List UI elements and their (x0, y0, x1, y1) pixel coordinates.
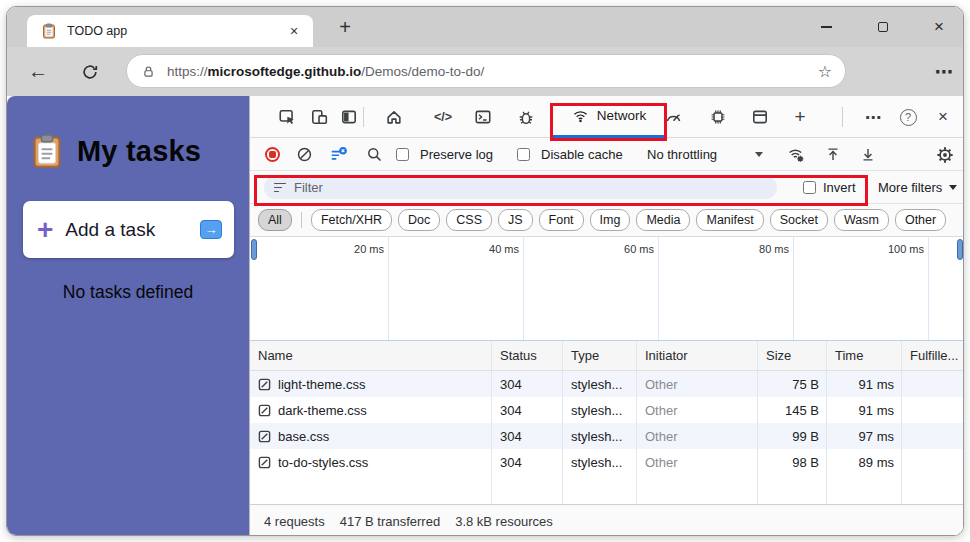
disable-cache-checkbox[interactable] (516, 138, 530, 171)
more-filters-caret[interactable] (947, 171, 959, 204)
tab-close-icon[interactable]: × (285, 22, 303, 40)
import-har-button[interactable] (856, 138, 880, 171)
tab-strip: TODO app × + × (7, 7, 964, 47)
new-tab-button[interactable]: + (331, 13, 359, 41)
timeline-right-handle[interactable] (957, 239, 963, 260)
browser-tab-todo-app[interactable]: TODO app × (27, 15, 313, 47)
clear-network-log-button[interactable] (292, 138, 316, 171)
table-row[interactable]: base.css 304 stylesh... Other 99 B 97 ms (250, 423, 964, 449)
column-header-time[interactable]: Time (827, 341, 902, 370)
invert-checkbox[interactable] (802, 171, 816, 204)
type-filter-wasm[interactable]: Wasm (834, 209, 889, 231)
device-emulation-icon[interactable] (306, 104, 332, 130)
tab-network[interactable]: Network (551, 96, 666, 138)
page-content: My tasks + Add a task → No tasks defined (7, 96, 964, 536)
column-header-size[interactable]: Size (758, 341, 827, 370)
request-fulfilled (902, 371, 964, 397)
disable-cache-label[interactable]: Disable cache (541, 138, 623, 171)
network-conditions-button[interactable] (784, 138, 808, 171)
toolbar-separator (363, 107, 364, 127)
favorites-star-icon[interactable]: ☆ (818, 55, 832, 88)
request-type: stylesh... (563, 449, 637, 475)
back-button[interactable]: ← (23, 47, 53, 96)
network-settings-button[interactable] (933, 138, 957, 171)
network-overview-timeline[interactable]: 20 ms 40 ms 60 ms 80 ms 100 ms (250, 237, 964, 341)
more-filters-button[interactable]: More filters (878, 171, 942, 204)
preserve-log-checkbox[interactable] (395, 138, 409, 171)
application-window-icon[interactable] (747, 104, 773, 130)
welcome-home-icon[interactable] (381, 104, 407, 130)
resource-type-filter-row: All Fetch/XHR Doc CSS JS Font Img Media … (250, 204, 964, 237)
close-devtools-button[interactable]: × (930, 104, 956, 130)
help-button[interactable]: ? (895, 104, 921, 130)
type-filter-doc[interactable]: Doc (398, 209, 440, 231)
debugger-bug-icon[interactable] (513, 104, 539, 130)
window-close-button[interactable]: × (924, 12, 954, 42)
table-row[interactable]: to-do-styles.css 304 stylesh... Other 98… (250, 449, 964, 475)
type-filter-img[interactable]: Img (590, 209, 631, 231)
export-har-button[interactable] (821, 138, 845, 171)
address-bar[interactable]: https://microsoftedge.github.io/Demos/de… (126, 54, 846, 88)
invert-label[interactable]: Invert (823, 171, 856, 204)
type-filter-all[interactable]: All (258, 209, 292, 231)
network-summary-bar: 4 requests 417 B transferred 3.8 kB reso… (250, 504, 964, 536)
timeline-tick-label: 80 ms (729, 243, 789, 255)
column-header-type[interactable]: Type (563, 341, 637, 370)
column-header-fulfilled[interactable]: Fulfille... (902, 341, 964, 370)
preserve-log-label[interactable]: Preserve log (420, 138, 493, 171)
column-header-name[interactable]: Name (250, 341, 492, 370)
record-network-log-button[interactable] (260, 138, 284, 171)
timeline-tick-label: 60 ms (594, 243, 654, 255)
request-size: 98 B (758, 449, 827, 475)
dock-side-icon[interactable] (336, 104, 362, 130)
request-fulfilled (902, 397, 964, 423)
customize-devtools-button[interactable]: ⋯ (860, 104, 886, 130)
todo-app-panel: My tasks + Add a task → No tasks defined (7, 96, 249, 536)
column-header-status[interactable]: Status (492, 341, 563, 370)
url-path: /Demos/demo-to-do/ (361, 64, 484, 79)
console-icon[interactable] (470, 104, 496, 130)
refresh-button[interactable] (75, 47, 105, 96)
type-filter-js[interactable]: JS (498, 209, 533, 231)
network-filter-row: Invert More filters (250, 171, 964, 204)
type-filter-media[interactable]: Media (636, 209, 690, 231)
type-filter-fetch-xhr[interactable]: Fetch/XHR (311, 209, 392, 231)
request-initiator: Other (637, 371, 758, 397)
more-tools-plus-button[interactable]: + (787, 104, 813, 130)
inspect-element-icon[interactable] (274, 104, 300, 130)
timeline-left-handle[interactable] (251, 239, 257, 260)
type-filter-manifest[interactable]: Manifest (696, 209, 763, 231)
window-maximize-button[interactable] (868, 12, 898, 42)
request-size: 145 B (758, 397, 827, 423)
type-filter-css[interactable]: CSS (446, 209, 492, 231)
filter-input[interactable] (294, 180, 777, 195)
search-button[interactable] (362, 138, 386, 171)
request-time: 91 ms (827, 371, 902, 397)
performance-gauge-icon[interactable] (660, 104, 686, 130)
throttling-dropdown[interactable]: No throttling (647, 138, 717, 171)
memory-chip-icon[interactable] (705, 104, 731, 130)
elements-code-icon[interactable]: </> (427, 104, 459, 130)
request-initiator: Other (637, 423, 758, 449)
type-filter-socket[interactable]: Socket (770, 209, 828, 231)
timeline-tick-label: 20 ms (324, 243, 384, 255)
browser-settings-menu-button[interactable]: ⋯ (929, 47, 959, 96)
table-row[interactable]: light-theme.css 304 stylesh... Other 75 … (250, 371, 964, 397)
app-header: My tasks (29, 130, 201, 172)
table-row[interactable]: dark-theme.css 304 stylesh... Other 145 … (250, 397, 964, 423)
hide-filter-bar-button[interactable] (326, 138, 350, 171)
filter-input-wrapper[interactable] (264, 176, 777, 199)
submit-task-button[interactable]: → (200, 220, 222, 239)
lock-icon (141, 64, 156, 79)
request-fulfilled (902, 449, 964, 475)
window-minimize-button[interactable] (811, 12, 841, 42)
type-filter-other[interactable]: Other (895, 209, 946, 231)
request-name: dark-theme.css (278, 403, 367, 418)
timeline-gridline (388, 237, 389, 340)
type-filter-font[interactable]: Font (539, 209, 584, 231)
throttling-caret[interactable] (753, 138, 765, 171)
add-task-field[interactable]: + Add a task → (23, 201, 234, 258)
request-size: 75 B (758, 371, 827, 397)
chevron-down-icon (755, 152, 763, 157)
column-header-initiator[interactable]: Initiator (637, 341, 758, 370)
